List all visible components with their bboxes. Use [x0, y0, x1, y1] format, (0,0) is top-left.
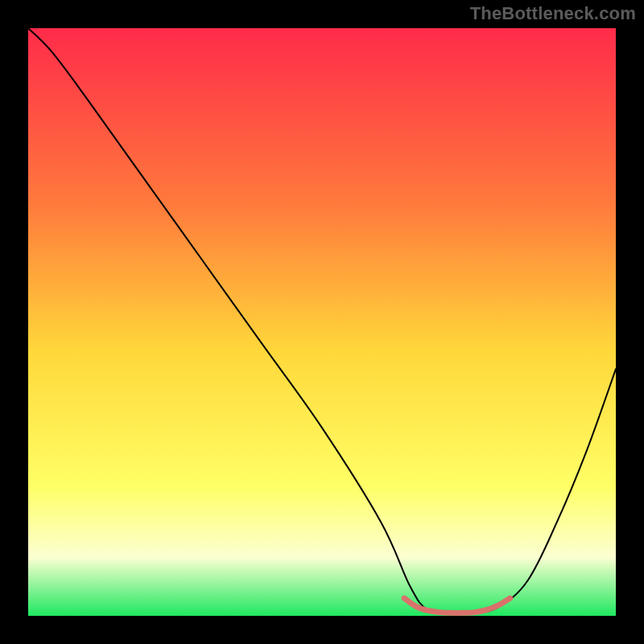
- plot-area: [28, 28, 616, 616]
- watermark-text: TheBottleneck.com: [470, 3, 636, 24]
- gradient-background: [28, 28, 616, 616]
- chart-frame: TheBottleneck.com: [0, 0, 644, 644]
- bottleneck-chart-svg: [28, 28, 616, 616]
